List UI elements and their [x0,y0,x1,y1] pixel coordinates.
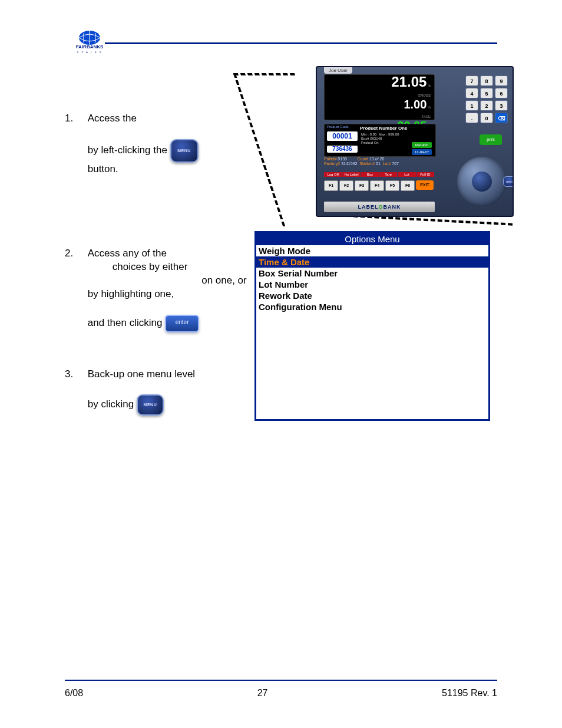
option-item[interactable]: Configuration Menu [256,301,488,312]
random-button[interactable]: Random [412,142,432,148]
menu-button-icon-2[interactable]: MENU [137,394,164,416]
logo: FAIRBANKS S C A L E S [72,29,107,58]
info-line: Pallet# 0135 Count 13 of 20 Factory# 314… [324,157,435,167]
header-rule [105,42,497,44]
svg-text:S C A L E S: S C A L E S [77,51,103,54]
manufacturer-code[interactable]: 736436 [327,146,358,153]
date-button[interactable]: 11-09-07 [412,149,432,155]
tare-weight: 1.00 [404,98,427,111]
keypad-key[interactable]: 8 [480,75,493,86]
tab[interactable]: No Label [342,172,360,177]
window-titlebar: Joe User [324,67,352,74]
option-item[interactable]: Time & Date [256,256,488,268]
gross-weight: 21.05 [391,74,427,90]
keypad-key[interactable]: 1 [465,100,478,111]
keypad-key[interactable]: 0 [480,113,493,123]
option-item[interactable]: Box Serial Number [256,268,488,279]
weight-display: 21.05lbGROSS 1.00lbTARE 20.05lbNET [324,74,435,120]
options-title: Options Menu [256,233,488,245]
keypad-key[interactable]: 9 [495,75,508,86]
footer: 6/08 27 51195 Rev. 1 [65,688,497,699]
f-key[interactable]: F2 [339,180,353,191]
tab[interactable]: Full ID [416,172,434,177]
product-code[interactable]: 00001 [327,131,358,141]
page-number: 27 [257,688,268,699]
product-name: Product Number One [360,126,407,131]
nav-wheel[interactable]: menu [457,157,507,206]
option-item[interactable]: Lot Number [256,279,488,290]
tab[interactable]: Log Off [324,172,342,177]
print-button[interactable]: print [480,134,502,145]
option-item[interactable]: Weigh Mode [256,245,488,256]
tab[interactable]: Box [361,172,379,177]
keypad-key[interactable]: 7 [465,75,478,86]
options-menu: Options Menu Weigh Mode Time & Date Box … [254,231,490,421]
instruction-1: 1. Access the by left-clicking the MENU … [65,112,253,176]
footer-rev: 51195 Rev. 1 [442,688,497,699]
logo-text: FAIRBANKS [76,44,104,50]
nav-menu-button[interactable]: menu [503,176,514,187]
instructions: 1. Access the by left-clicking the MENU … [65,112,253,451]
f-key[interactable]: F3 [355,180,369,191]
menu-button-icon[interactable]: MENU [170,139,199,163]
keypad-key[interactable]: . [465,113,478,123]
f-key[interactable]: F6 [401,180,415,191]
device-screenshot: Joe User 21.05lbGROSS 1.00lbTARE 20.05lb… [316,66,514,217]
keypad-key[interactable]: 2 [480,100,493,111]
tab[interactable]: Tare [379,172,397,177]
function-keys: F1 F2 F3 F4 F5 F6 [324,180,415,191]
keypad-key[interactable]: 4 [465,88,478,98]
option-item[interactable]: Rework Date [256,290,488,301]
keypad: 7 8 9 4 5 6 1 2 3 . 0 ⌫ [465,75,508,123]
f-key[interactable]: F1 [324,180,338,191]
tab-bar: Log Off No Label Box Tare Lot Full ID [324,172,435,177]
keypad-key[interactable]: 3 [495,100,508,111]
exit-button[interactable]: EXIT [416,180,434,190]
f-key[interactable]: F5 [385,180,399,191]
footer-rule [65,680,497,681]
enter-button-icon[interactable]: enter [165,315,199,332]
keypad-key[interactable]: 5 [480,88,493,98]
keypad-key[interactable]: 6 [495,88,508,98]
instruction-2: 2. Access any of the choices by either o… [65,247,253,332]
f-key[interactable]: F4 [370,180,384,191]
keypad-backspace[interactable]: ⌫ [495,113,508,123]
brand-bar: LABELOBANK [324,202,435,212]
footer-date: 6/08 [65,688,83,699]
tab[interactable]: Lot [398,172,415,177]
product-panel: Product Code 00001 Product Number One 73… [324,124,436,157]
instruction-3: 3. Back-up one menu level by clicking ME… [65,368,253,416]
